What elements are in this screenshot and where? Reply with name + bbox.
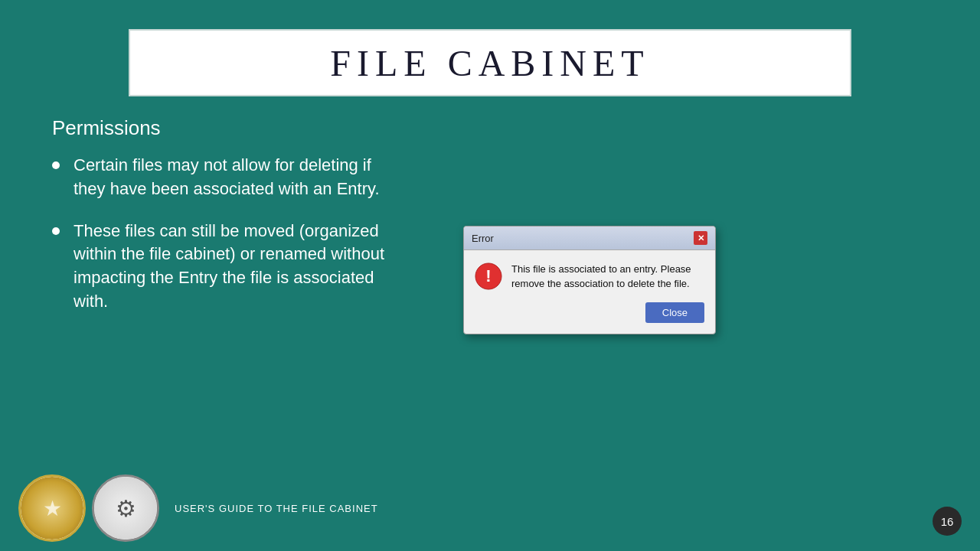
permissions-heading: Permissions bbox=[52, 116, 928, 140]
bullet-dot bbox=[52, 161, 60, 169]
error-body: ! This file is associated to an entry. P… bbox=[464, 250, 715, 302]
bullet-text-1: Certain files may not allow for deleting… bbox=[74, 154, 389, 201]
error-footer: Close bbox=[464, 302, 715, 334]
error-message-text: This file is associated to an entry. Ple… bbox=[511, 262, 704, 292]
list-item: Certain files may not allow for deleting… bbox=[52, 154, 389, 201]
header-box: FILE CABINET bbox=[129, 29, 851, 96]
list-item: These files can still be moved (organize… bbox=[52, 220, 389, 314]
bullet-dot bbox=[52, 227, 60, 235]
error-icon: ! bbox=[475, 262, 502, 290]
error-dialog: Error ✕ ! This file is associated to an … bbox=[463, 226, 716, 334]
dialog-close-button[interactable]: Close bbox=[645, 302, 704, 323]
footer: USER'S GUIDE TO THE FILE CABINET bbox=[0, 474, 980, 542]
transport-seal bbox=[92, 474, 159, 542]
page-number: 16 bbox=[933, 507, 962, 536]
error-titlebar: Error ✕ bbox=[464, 227, 715, 250]
bullet-text-2: These files can still be moved (organize… bbox=[74, 220, 389, 314]
dialog-title: Error bbox=[472, 233, 494, 244]
svg-text:!: ! bbox=[485, 266, 491, 285]
hawaii-seal-inner bbox=[21, 477, 83, 540]
page-title: FILE CABINET bbox=[330, 42, 649, 84]
hawaii-seal bbox=[18, 474, 86, 542]
transport-seal-inner bbox=[94, 477, 157, 540]
dialog-close-x-button[interactable]: ✕ bbox=[694, 231, 707, 245]
footer-guide-text: USER'S GUIDE TO THE FILE CABINET bbox=[175, 503, 378, 514]
